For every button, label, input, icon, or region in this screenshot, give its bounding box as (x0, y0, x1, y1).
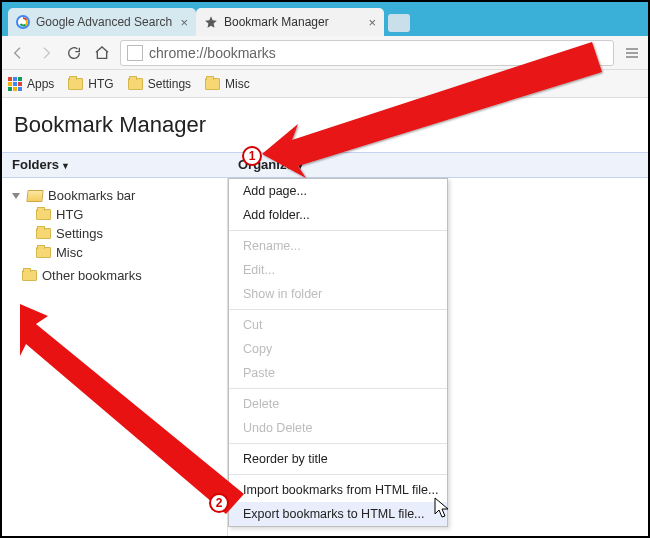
open-folder-icon (26, 190, 43, 202)
svg-rect-3 (626, 56, 638, 57)
bookmark-label: HTG (88, 77, 113, 91)
menu-copy: Copy (229, 337, 447, 361)
svg-rect-2 (626, 52, 638, 53)
back-button[interactable] (8, 43, 28, 63)
menu-paste: Paste (229, 361, 447, 385)
main-panel: Add page... Add folder... Rename... Edit… (228, 178, 648, 538)
disclosure-triangle-icon[interactable] (12, 193, 20, 199)
star-icon (204, 15, 218, 29)
tab-label: Bookmark Manager (224, 15, 329, 29)
tree-bookmarks-bar[interactable]: Bookmarks bar (8, 186, 221, 205)
apps-shortcut[interactable]: Apps (8, 77, 54, 91)
menu-show-in-folder: Show in folder (229, 282, 447, 306)
folder-icon (36, 228, 51, 239)
folders-label: Folders (12, 157, 59, 172)
chevron-down-icon: ▼ (296, 161, 305, 171)
menu-delete: Delete (229, 392, 447, 416)
apps-icon (8, 77, 22, 91)
google-favicon (16, 15, 30, 29)
organize-label: Organize (238, 157, 294, 172)
menu-cut: Cut (229, 313, 447, 337)
menu-separator (229, 230, 447, 231)
apps-label: Apps (27, 77, 54, 91)
tree-label: Misc (56, 245, 83, 260)
menu-export-bookmarks[interactable]: Export bookmarks to HTML file... (229, 502, 447, 526)
close-icon[interactable]: × (368, 16, 376, 29)
folders-dropdown[interactable]: Folders▼ (2, 153, 228, 177)
menu-rename: Rename... (229, 234, 447, 258)
folders-sidebar: Bookmarks bar HTG Settings Misc Other bo… (2, 178, 228, 538)
menu-separator (229, 388, 447, 389)
menu-reorder-by-title[interactable]: Reorder by title (229, 447, 447, 471)
tree-item-settings[interactable]: Settings (8, 224, 221, 243)
forward-button[interactable] (36, 43, 56, 63)
tree-label: Other bookmarks (42, 268, 142, 283)
menu-edit: Edit... (229, 258, 447, 282)
menu-separator (229, 474, 447, 475)
menu-separator (229, 443, 447, 444)
url-text: chrome://bookmarks (149, 45, 276, 61)
folder-icon (205, 78, 220, 90)
new-tab-button[interactable] (388, 14, 410, 32)
chrome-menu-button[interactable] (622, 43, 642, 63)
menu-import-bookmarks[interactable]: Import bookmarks from HTML file... (229, 478, 447, 502)
tab-bookmark-manager[interactable]: Bookmark Manager × (196, 8, 384, 36)
browser-titlebar: Google Advanced Search × Bookmark Manage… (2, 2, 648, 36)
close-icon[interactable]: × (180, 16, 188, 29)
home-button[interactable] (92, 43, 112, 63)
columns-header: Folders▼ Organize▼ (2, 152, 648, 178)
folder-icon (36, 247, 51, 258)
organize-dropdown[interactable]: Organize▼ (228, 153, 315, 177)
menu-add-page[interactable]: Add page... (229, 179, 447, 203)
bookmark-label: Misc (225, 77, 250, 91)
organize-menu: Add page... Add folder... Rename... Edit… (228, 178, 448, 527)
tree-label: HTG (56, 207, 83, 222)
tab-label: Google Advanced Search (36, 15, 172, 29)
chevron-down-icon: ▼ (61, 161, 70, 171)
tab-google-advanced-search[interactable]: Google Advanced Search × (8, 8, 196, 36)
content-area: Bookmarks bar HTG Settings Misc Other bo… (2, 178, 648, 538)
folder-icon (36, 209, 51, 220)
menu-separator (229, 309, 447, 310)
bookmarks-bar: Apps HTG Settings Misc (2, 70, 648, 98)
browser-toolbar: chrome://bookmarks (2, 36, 648, 70)
tree-other-bookmarks[interactable]: Other bookmarks (8, 266, 221, 285)
svg-rect-1 (626, 48, 638, 49)
bookmark-folder-settings[interactable]: Settings (128, 77, 191, 91)
tree-label: Bookmarks bar (48, 188, 135, 203)
bookmark-label: Settings (148, 77, 191, 91)
folder-icon (128, 78, 143, 90)
tree-item-misc[interactable]: Misc (8, 243, 221, 262)
menu-add-folder[interactable]: Add folder... (229, 203, 447, 227)
folder-icon (68, 78, 83, 90)
menu-undo-delete: Undo Delete (229, 416, 447, 440)
tree-item-htg[interactable]: HTG (8, 205, 221, 224)
folder-icon (22, 270, 37, 281)
tree-label: Settings (56, 226, 103, 241)
bookmark-folder-misc[interactable]: Misc (205, 77, 250, 91)
page-title: Bookmark Manager (2, 98, 648, 152)
bookmark-folder-htg[interactable]: HTG (68, 77, 113, 91)
reload-button[interactable] (64, 43, 84, 63)
page-icon (127, 45, 143, 61)
address-bar[interactable]: chrome://bookmarks (120, 40, 614, 66)
